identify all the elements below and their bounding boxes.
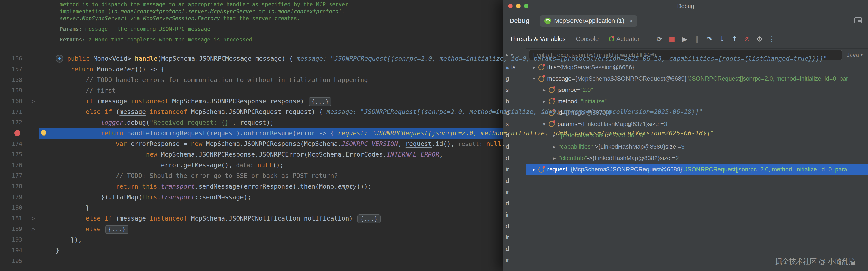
tab-label: Actuator bbox=[616, 35, 640, 42]
code-text: } bbox=[56, 245, 868, 256]
step-over-icon[interactable]: ↷ bbox=[706, 35, 713, 43]
code-text: // TODO: Should the error go to SSE or b… bbox=[56, 171, 868, 181]
fold-arrow-icon[interactable]: > bbox=[31, 213, 35, 224]
stop-icon[interactable]: ■ bbox=[668, 35, 676, 43]
folded-code[interactable]: {...} bbox=[309, 97, 332, 106]
line-number[interactable]: 195 bbox=[0, 256, 22, 266]
code-text: if (message instanceof McpSchema.JSONRPC… bbox=[56, 96, 868, 107]
actuator-icon bbox=[609, 36, 614, 41]
code-text: }); bbox=[56, 234, 868, 245]
rerun-icon[interactable]: ⟳ bbox=[656, 35, 663, 43]
mute-breakpoints-icon[interactable]: ⊘ bbox=[743, 35, 751, 43]
breakpoint-icon[interactable] bbox=[14, 130, 20, 136]
debug-tool-label: Debug bbox=[509, 17, 530, 25]
line-number[interactable]: 177 bbox=[0, 171, 22, 181]
watermark: 掘金技术社区 @ 小璐乱撞 bbox=[775, 257, 856, 266]
code-text: return handleIncomingRequest(request).on… bbox=[56, 128, 868, 139]
line-number[interactable]: 189 bbox=[0, 224, 22, 234]
stack-frame-item[interactable]: ir bbox=[503, 254, 526, 266]
close-session-icon[interactable]: × bbox=[629, 18, 633, 25]
tab-label: Console bbox=[576, 35, 599, 42]
intention-bulb-icon[interactable] bbox=[41, 130, 46, 135]
line-number[interactable]: 178 bbox=[0, 181, 22, 192]
method-doc-toggle-icon[interactable] bbox=[56, 55, 63, 63]
line-number[interactable]: 181 bbox=[0, 213, 22, 224]
code-text: // first bbox=[56, 85, 868, 96]
line-number[interactable]: 172 bbox=[0, 117, 22, 128]
code-text: else if (message instanceof McpSchema.JS… bbox=[56, 107, 868, 117]
doc-comment-line: Params: message – the incoming JSON-RPC … bbox=[60, 26, 348, 32]
screen: method is to dispatch the message to an … bbox=[0, 0, 868, 271]
line-number[interactable]: 176 bbox=[0, 160, 22, 171]
spring-boot-icon bbox=[545, 18, 551, 24]
code-line-160: 160> if (message instanceof McpSchema.JS… bbox=[0, 96, 868, 107]
javadoc-rendered: method is to dispatch the message to an … bbox=[60, 1, 348, 43]
tab-actuator[interactable]: Actuator bbox=[609, 35, 640, 42]
line-number[interactable]: 194 bbox=[0, 245, 22, 256]
line-number[interactable]: 159 bbox=[0, 85, 22, 96]
code-text: public Mono<Void> handle(McpSchema.JSONR… bbox=[56, 53, 868, 64]
code-line-179: 179 }).flatMap(this.transport::sendMessa… bbox=[0, 192, 868, 203]
code-line-180: 180 } bbox=[0, 203, 868, 213]
code-line-175: 175 new McpSchema.JSONRPCResponse.JSONRP… bbox=[0, 149, 868, 160]
line-number[interactable]: 179 bbox=[0, 192, 22, 203]
run-session-tab[interactable]: McpServerApplication (1) × bbox=[540, 15, 637, 27]
frame-label: ir bbox=[506, 257, 509, 263]
fold-arrow-icon[interactable]: > bbox=[31, 224, 35, 234]
code-line-176: 176 error.getMessage(), data: null)); bbox=[0, 160, 868, 171]
folded-code[interactable]: {...} bbox=[105, 225, 128, 234]
code-line-181: 181> else if (message instanceof McpSche… bbox=[0, 213, 868, 224]
resume-icon[interactable]: ▶ bbox=[681, 35, 688, 43]
debug-window-titlebar: Debug bbox=[503, 0, 868, 12]
tab-console[interactable]: Console bbox=[576, 35, 599, 42]
line-number[interactable]: 158 bbox=[0, 74, 22, 85]
fold-arrow-icon[interactable]: > bbox=[31, 96, 35, 107]
code-text: // TODO handle errors for communication … bbox=[56, 74, 868, 85]
pause-icon[interactable]: ∥ bbox=[693, 35, 701, 43]
code-text: } bbox=[56, 203, 868, 213]
code-text: error.getMessage(), data: null)); bbox=[56, 160, 868, 171]
run-session-tab-label: McpServerApplication (1) bbox=[554, 18, 624, 25]
code-line-178: 178 return this.transport.sendMessage(er… bbox=[0, 181, 868, 192]
doc-comment-line: implementation (io.modelcontextprotocol.… bbox=[60, 8, 348, 15]
window-title: Debug bbox=[503, 0, 868, 12]
code-line-172: 172 logger.debug("Received request: {}",… bbox=[0, 117, 868, 128]
line-number[interactable]: 180 bbox=[0, 203, 22, 213]
step-into-icon[interactable]: ↓ bbox=[718, 35, 726, 43]
code-line-194: 194} bbox=[0, 245, 868, 256]
code-text: new McpSchema.JSONRPCResponse.JSONRPCErr… bbox=[56, 149, 868, 160]
code-line-171: 171 else if (message instanceof McpSchem… bbox=[0, 107, 868, 117]
line-number[interactable]: 174 bbox=[0, 139, 22, 149]
code-text: else if (message instanceof McpSchema.JS… bbox=[56, 213, 868, 224]
code-lines: 156public Mono<Void> handle(McpSchema.JS… bbox=[0, 53, 868, 266]
code-text: return Mono.defer(() -> { bbox=[56, 64, 868, 74]
code-text: logger.debug("Received request: {}", req… bbox=[56, 117, 868, 128]
line-number[interactable]: 171 bbox=[0, 107, 22, 117]
line-number[interactable]: 193 bbox=[0, 234, 22, 245]
doc-comment-line: Returns: a Mono that completes when the … bbox=[60, 36, 348, 43]
code-line-159: 159 // first bbox=[0, 85, 868, 96]
code-text: }).flatMap(this.transport::sendMessage); bbox=[56, 192, 868, 203]
layout-settings-icon[interactable] bbox=[854, 18, 862, 23]
code-line-157: 157 return Mono.defer(() -> { bbox=[0, 64, 868, 74]
doc-comment-line: method is to dispatch the message to an … bbox=[60, 1, 348, 8]
tab-label: Threads & Variables bbox=[509, 35, 566, 42]
line-number[interactable]: 157 bbox=[0, 64, 22, 74]
code-line-current: return handleIncomingRequest(request).on… bbox=[0, 128, 868, 139]
more-icon[interactable]: ⋮ bbox=[768, 35, 776, 43]
code-line-158: 158 // TODO handle errors for communicat… bbox=[0, 74, 868, 85]
tab-threads-and-variables[interactable]: Threads & Variables bbox=[509, 35, 566, 42]
code-line-156: 156public Mono<Void> handle(McpSchema.JS… bbox=[0, 53, 868, 64]
line-number[interactable]: 175 bbox=[0, 149, 22, 160]
debugger-toolbar: ⟳■▶∥↷↓↑⊘⚙⋮ bbox=[656, 29, 776, 49]
line-number[interactable]: 160 bbox=[0, 96, 22, 107]
code-line-177: 177 // TODO: Should the error go to SSE … bbox=[0, 171, 868, 181]
line-number[interactable]: 156 bbox=[0, 53, 22, 64]
debug-view-tabs-row: Threads & Variables Console Actuator ⟳■▶… bbox=[503, 29, 868, 49]
breakpoint-settings-icon[interactable]: ⚙ bbox=[756, 35, 763, 43]
doc-comment-line: server.McpSyncServer) via McpServerSessi… bbox=[60, 15, 348, 22]
code-line-189: 189> else {...} bbox=[0, 224, 868, 234]
folded-code[interactable]: {...} bbox=[358, 214, 380, 223]
step-out-icon[interactable]: ↑ bbox=[731, 35, 738, 43]
code-line-193: 193 }); bbox=[0, 234, 868, 245]
